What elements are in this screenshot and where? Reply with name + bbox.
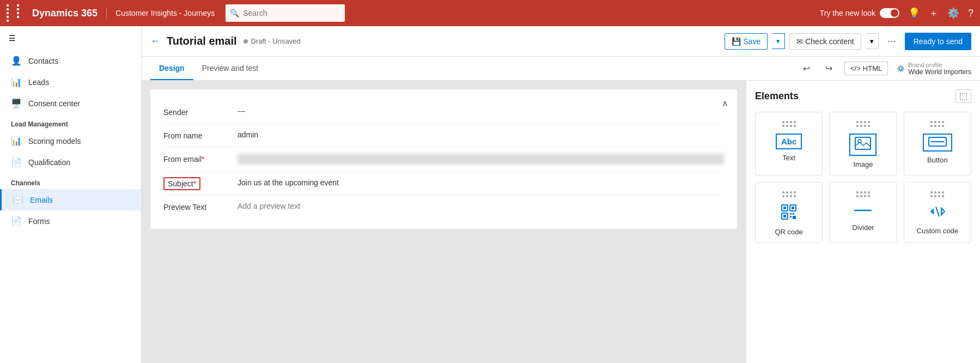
channels-section: Channels	[0, 173, 141, 189]
back-button[interactable]: ←	[150, 35, 160, 47]
form-row-from-name: From name	[163, 124, 724, 147]
emails-icon: ✉️	[13, 195, 23, 205]
form-collapse-button[interactable]: ∧	[722, 98, 728, 108]
search-icon: 🔍	[230, 9, 239, 17]
from-email-label: From email*	[163, 154, 229, 164]
element-card-text[interactable]: Abc Text	[755, 112, 823, 176]
customcode-label: Custom code	[917, 227, 959, 235]
sidebar-item-qualification[interactable]: 📄 Qualification	[0, 152, 141, 173]
subject-input[interactable]	[238, 178, 724, 187]
element-card-qr-code[interactable]: QR code	[755, 182, 823, 243]
header-actions: 💾 Save ▾ ✉ Check content ▾ ⋯ Ready to se…	[725, 33, 971, 50]
customcode-drag-dots	[930, 191, 944, 197]
help-icon[interactable]: ?	[968, 8, 973, 19]
redo-button[interactable]: ↪	[822, 61, 836, 76]
text-label: Text	[782, 154, 795, 162]
from-email-value[interactable]	[238, 154, 724, 165]
try-new-toggle[interactable]	[880, 8, 899, 18]
image-drag-dots	[856, 121, 870, 127]
form-row-preview-text: Preview Text	[163, 195, 724, 218]
sidebar-item-forms[interactable]: 📄 Forms	[0, 210, 141, 232]
lightbulb-icon[interactable]: 💡	[908, 7, 920, 19]
tabs-right-actions: ↩ ↪ </> HTML ⚙️ Brand profile Wide World…	[800, 61, 971, 76]
elements-panel: Elements ⬚ Abc Text	[746, 81, 980, 363]
hamburger-menu[interactable]: ☰	[0, 26, 141, 50]
subject-label: Subject*	[163, 178, 229, 188]
lead-management-section: Lead Management	[0, 114, 141, 130]
text-drag-dots	[782, 121, 796, 127]
preview-text-label: Preview Text	[163, 202, 229, 211]
element-card-button[interactable]: Button	[904, 112, 971, 176]
brand-profile: ⚙️ Brand profile Wide World Importers	[897, 62, 971, 76]
svg-rect-5	[783, 207, 786, 209]
sidebar-label-contacts: Contacts	[28, 57, 58, 65]
settings-icon[interactable]: ⚙️	[947, 7, 959, 19]
top-navigation: Dynamics 365 Customer Insights - Journey…	[0, 0, 980, 26]
ready-to-send-label: Ready to send	[914, 37, 963, 46]
sidebar-item-consent-center[interactable]: 🖥️ Consent center	[0, 93, 141, 114]
sidebar-label-qualification: Qualification	[28, 158, 70, 167]
form-row-sender: Sender ---	[163, 100, 724, 124]
sidebar-item-contacts[interactable]: 👤 Contacts	[0, 50, 141, 71]
image-icon	[849, 134, 876, 156]
panel-header: Elements ⬚	[755, 89, 971, 103]
search-wrapper: 🔍	[226, 4, 509, 22]
sidebar-label-leads: Leads	[28, 78, 49, 87]
save-button[interactable]: 💾 Save	[725, 33, 768, 50]
from-name-input[interactable]	[238, 130, 724, 139]
element-card-image[interactable]: Image	[829, 112, 897, 176]
sidebar-item-scoring-models[interactable]: 📊 Scoring models	[0, 130, 141, 152]
qrcode-icon	[781, 204, 797, 223]
svg-rect-10	[790, 213, 792, 215]
subject-value[interactable]	[238, 178, 724, 187]
svg-rect-9	[783, 215, 786, 217]
save-chevron-button[interactable]: ▾	[772, 33, 785, 49]
draft-status: Draft - Unsaved	[251, 37, 301, 45]
check-content-label: Check content	[805, 37, 854, 46]
nav-right-actions: Try the new look 💡 ＋ ⚙️ ?	[820, 7, 973, 20]
svg-rect-13	[793, 216, 796, 219]
from-name-value[interactable]	[238, 130, 724, 139]
preview-text-input[interactable]	[238, 202, 724, 210]
check-content-button[interactable]: ✉ Check content	[789, 33, 861, 50]
tab-preview-and-test[interactable]: Preview and test	[193, 57, 267, 80]
app-grid-icon[interactable]	[7, 4, 26, 22]
image-label: Image	[853, 160, 873, 168]
svg-rect-12	[790, 216, 792, 217]
sender-value[interactable]: ---	[238, 107, 724, 116]
customcode-icon	[929, 204, 946, 222]
brand-profile-icon: ⚙️	[897, 65, 905, 72]
more-options-button[interactable]: ⋯	[883, 33, 900, 50]
html-button[interactable]: </> HTML	[844, 62, 888, 75]
main-layout: ☰ 👤 Contacts 📊 Leads 🖥️ Consent center L…	[0, 26, 980, 363]
text-icon: Abc	[776, 134, 802, 149]
sidebar-item-emails[interactable]: ✉️ Emails	[0, 189, 141, 210]
ready-to-send-button[interactable]: Ready to send	[905, 33, 971, 50]
check-icon: ✉	[796, 37, 803, 46]
form-row-from-email: From email*	[163, 147, 724, 172]
plus-icon[interactable]: ＋	[929, 7, 939, 20]
content-area: ← Tutorial email Draft - Unsaved 💾 Save …	[142, 26, 980, 363]
scoring-icon: 📊	[11, 136, 22, 146]
brand-profile-info: Brand profile Wide World Importers	[908, 62, 971, 76]
divider-drag-dots	[856, 191, 870, 197]
try-new-look: Try the new look	[820, 8, 899, 18]
email-form-card: ∧ Sender --- From name From email*	[150, 89, 737, 229]
search-input[interactable]	[226, 4, 345, 22]
split-pane: ∧ Sender --- From name From email*	[142, 81, 980, 363]
svg-line-15	[936, 207, 939, 216]
undo-button[interactable]: ↩	[800, 61, 813, 76]
button-label: Button	[927, 156, 948, 164]
consent-icon: 🖥️	[11, 98, 22, 108]
svg-rect-11	[793, 213, 794, 215]
element-card-divider[interactable]: Divider	[829, 182, 897, 243]
tab-design[interactable]: Design	[150, 57, 193, 80]
element-card-custom-code[interactable]: Custom code	[904, 182, 971, 243]
form-row-subject: Subject*	[163, 172, 724, 195]
preview-text-value[interactable]	[238, 202, 724, 210]
qualification-icon: 📄	[11, 157, 22, 167]
svg-rect-7	[792, 207, 794, 209]
panel-collapse-button[interactable]: ⬚	[955, 89, 971, 103]
check-content-chevron[interactable]: ▾	[866, 33, 879, 49]
sidebar-item-leads[interactable]: 📊 Leads	[0, 71, 141, 93]
